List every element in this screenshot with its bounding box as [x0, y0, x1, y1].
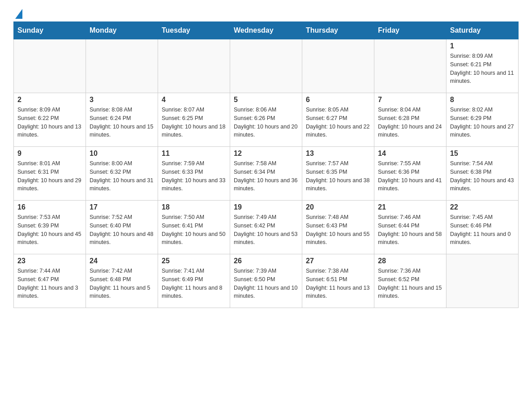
weekday-header-saturday: Saturday: [446, 22, 519, 39]
calendar-day-cell: 16Sunrise: 7:53 AMSunset: 6:39 PMDayligh…: [14, 201, 86, 254]
calendar-day-cell: 3Sunrise: 8:08 AMSunset: 6:24 PMDaylight…: [86, 93, 158, 147]
day-info: Sunrise: 7:48 AMSunset: 6:43 PMDaylight:…: [306, 213, 370, 247]
calendar-day-cell: 26Sunrise: 7:39 AMSunset: 6:50 PMDayligh…: [230, 254, 302, 308]
day-number: 23: [17, 257, 82, 265]
calendar-week-row: 16Sunrise: 7:53 AMSunset: 6:39 PMDayligh…: [14, 201, 519, 254]
calendar-day-cell: 25Sunrise: 7:41 AMSunset: 6:49 PMDayligh…: [158, 254, 230, 308]
day-number: 9: [17, 150, 82, 158]
day-number: 2: [17, 96, 82, 104]
day-info: Sunrise: 7:52 AMSunset: 6:40 PMDaylight:…: [90, 213, 154, 247]
day-number: 22: [450, 203, 515, 211]
day-number: 21: [378, 203, 442, 211]
weekday-header-tuesday: Tuesday: [158, 22, 230, 39]
calendar-day-cell: 23Sunrise: 7:44 AMSunset: 6:47 PMDayligh…: [14, 254, 86, 308]
logo: [13, 9, 22, 17]
calendar-body: 1Sunrise: 8:09 AMSunset: 6:21 PMDaylight…: [14, 39, 519, 308]
day-info: Sunrise: 7:59 AMSunset: 6:33 PMDaylight:…: [162, 159, 226, 193]
weekday-header-monday: Monday: [86, 22, 158, 39]
day-info: Sunrise: 8:05 AMSunset: 6:27 PMDaylight:…: [306, 106, 370, 139]
day-info: Sunrise: 7:57 AMSunset: 6:35 PMDaylight:…: [306, 159, 370, 193]
day-info: Sunrise: 8:02 AMSunset: 6:29 PMDaylight:…: [450, 106, 515, 139]
day-number: 26: [234, 257, 298, 265]
day-number: 27: [306, 257, 370, 265]
calendar-day-cell: 18Sunrise: 7:50 AMSunset: 6:41 PMDayligh…: [158, 201, 230, 254]
calendar-day-cell: 12Sunrise: 7:58 AMSunset: 6:34 PMDayligh…: [230, 147, 302, 201]
day-info: Sunrise: 8:09 AMSunset: 6:22 PMDaylight:…: [17, 106, 82, 139]
calendar-day-cell: 22Sunrise: 7:45 AMSunset: 6:46 PMDayligh…: [446, 201, 519, 254]
day-number: 15: [450, 150, 515, 158]
calendar-day-cell: 11Sunrise: 7:59 AMSunset: 6:33 PMDayligh…: [158, 147, 230, 201]
calendar-day-cell: 15Sunrise: 7:54 AMSunset: 6:38 PMDayligh…: [446, 147, 519, 201]
day-number: 13: [306, 150, 370, 158]
day-info: Sunrise: 7:53 AMSunset: 6:39 PMDaylight:…: [17, 213, 82, 247]
day-info: Sunrise: 7:55 AMSunset: 6:36 PMDaylight:…: [378, 159, 442, 193]
calendar-day-cell: 28Sunrise: 7:36 AMSunset: 6:52 PMDayligh…: [374, 254, 446, 308]
day-number: 11: [162, 150, 226, 158]
calendar-day-cell: 24Sunrise: 7:42 AMSunset: 6:48 PMDayligh…: [86, 254, 158, 308]
calendar-day-cell: [446, 254, 519, 308]
day-info: Sunrise: 8:09 AMSunset: 6:21 PMDaylight:…: [450, 52, 515, 86]
day-number: 12: [234, 150, 298, 158]
calendar-day-cell: 1Sunrise: 8:09 AMSunset: 6:21 PMDaylight…: [446, 39, 519, 93]
day-number: 10: [90, 150, 154, 158]
calendar-day-cell: 6Sunrise: 8:05 AMSunset: 6:27 PMDaylight…: [302, 93, 374, 147]
day-number: 19: [234, 203, 298, 211]
calendar-day-cell: 4Sunrise: 8:07 AMSunset: 6:25 PMDaylight…: [158, 93, 230, 147]
calendar-day-cell: [14, 39, 86, 93]
day-info: Sunrise: 8:08 AMSunset: 6:24 PMDaylight:…: [90, 106, 154, 139]
calendar-day-cell: [374, 39, 446, 93]
day-number: 17: [90, 203, 154, 211]
calendar-day-cell: 14Sunrise: 7:55 AMSunset: 6:36 PMDayligh…: [374, 147, 446, 201]
calendar-day-cell: 17Sunrise: 7:52 AMSunset: 6:40 PMDayligh…: [86, 201, 158, 254]
calendar-day-cell: [302, 39, 374, 93]
calendar-day-cell: 21Sunrise: 7:46 AMSunset: 6:44 PMDayligh…: [374, 201, 446, 254]
day-info: Sunrise: 7:58 AMSunset: 6:34 PMDaylight:…: [234, 159, 298, 193]
day-number: 5: [234, 96, 298, 104]
calendar-day-cell: 13Sunrise: 7:57 AMSunset: 6:35 PMDayligh…: [302, 147, 374, 201]
day-info: Sunrise: 7:42 AMSunset: 6:48 PMDaylight:…: [90, 267, 154, 300]
calendar-day-cell: 2Sunrise: 8:09 AMSunset: 6:22 PMDaylight…: [14, 93, 86, 147]
day-number: 3: [90, 96, 154, 104]
day-number: 1: [450, 42, 515, 50]
day-number: 8: [450, 96, 515, 104]
day-info: Sunrise: 7:45 AMSunset: 6:46 PMDaylight:…: [450, 213, 515, 247]
page-header: [13, 9, 519, 17]
calendar-day-cell: 20Sunrise: 7:48 AMSunset: 6:43 PMDayligh…: [302, 201, 374, 254]
calendar-day-cell: 5Sunrise: 8:06 AMSunset: 6:26 PMDaylight…: [230, 93, 302, 147]
logo-triangle-icon: [15, 9, 22, 19]
weekday-header-wednesday: Wednesday: [230, 22, 302, 39]
weekday-header-thursday: Thursday: [302, 22, 374, 39]
calendar-table: SundayMondayTuesdayWednesdayThursdayFrid…: [13, 21, 519, 308]
day-number: 16: [17, 203, 82, 211]
day-info: Sunrise: 7:50 AMSunset: 6:41 PMDaylight:…: [162, 213, 226, 247]
day-info: Sunrise: 7:54 AMSunset: 6:38 PMDaylight:…: [450, 159, 515, 193]
calendar-week-row: 2Sunrise: 8:09 AMSunset: 6:22 PMDaylight…: [14, 93, 519, 147]
day-number: 6: [306, 96, 370, 104]
calendar-day-cell: 7Sunrise: 8:04 AMSunset: 6:28 PMDaylight…: [374, 93, 446, 147]
calendar-day-cell: [158, 39, 230, 93]
day-info: Sunrise: 8:07 AMSunset: 6:25 PMDaylight:…: [162, 106, 226, 139]
day-number: 14: [378, 150, 442, 158]
calendar-day-cell: [86, 39, 158, 93]
day-number: 28: [378, 257, 442, 265]
calendar-day-cell: 19Sunrise: 7:49 AMSunset: 6:42 PMDayligh…: [230, 201, 302, 254]
day-info: Sunrise: 7:41 AMSunset: 6:49 PMDaylight:…: [162, 267, 226, 300]
day-info: Sunrise: 7:44 AMSunset: 6:47 PMDaylight:…: [17, 267, 82, 300]
weekday-header-sunday: Sunday: [14, 22, 86, 39]
calendar-day-cell: 10Sunrise: 8:00 AMSunset: 6:32 PMDayligh…: [86, 147, 158, 201]
calendar-header: SundayMondayTuesdayWednesdayThursdayFrid…: [14, 22, 519, 39]
day-info: Sunrise: 7:46 AMSunset: 6:44 PMDaylight:…: [378, 213, 442, 247]
day-number: 24: [90, 257, 154, 265]
day-info: Sunrise: 7:39 AMSunset: 6:50 PMDaylight:…: [234, 267, 298, 300]
calendar-week-row: 1Sunrise: 8:09 AMSunset: 6:21 PMDaylight…: [14, 39, 519, 93]
day-info: Sunrise: 7:49 AMSunset: 6:42 PMDaylight:…: [234, 213, 298, 247]
day-info: Sunrise: 8:04 AMSunset: 6:28 PMDaylight:…: [378, 106, 442, 139]
day-number: 4: [162, 96, 226, 104]
day-number: 20: [306, 203, 370, 211]
weekday-header-friday: Friday: [374, 22, 446, 39]
day-number: 18: [162, 203, 226, 211]
day-info: Sunrise: 7:36 AMSunset: 6:52 PMDaylight:…: [378, 267, 442, 300]
day-number: 7: [378, 96, 442, 104]
calendar-day-cell: 27Sunrise: 7:38 AMSunset: 6:51 PMDayligh…: [302, 254, 374, 308]
day-number: 25: [162, 257, 226, 265]
